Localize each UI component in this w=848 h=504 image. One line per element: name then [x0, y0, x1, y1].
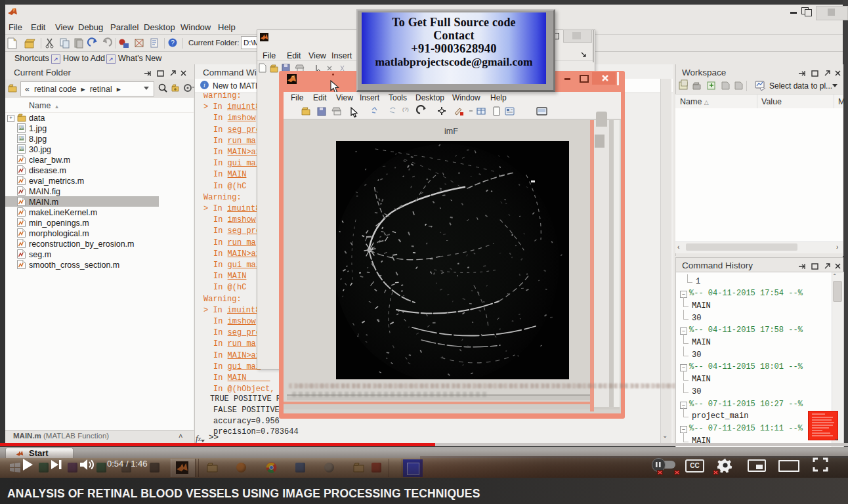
svg-text:(?): (?)	[402, 106, 409, 112]
svg-text:?: ?	[171, 39, 175, 47]
